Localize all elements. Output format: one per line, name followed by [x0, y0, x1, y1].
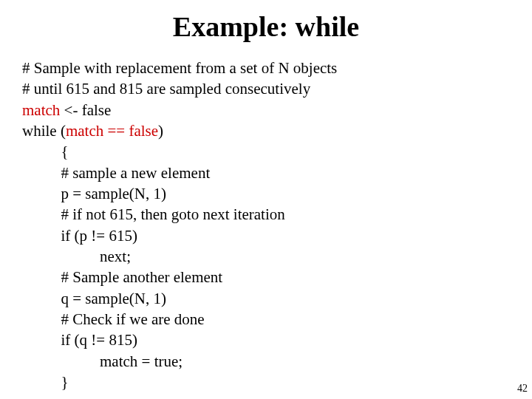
page-number: 42 [517, 383, 528, 395]
code-line: <- false [60, 101, 111, 119]
code-line: # Check if we are done [22, 310, 205, 328]
code-line: # Sample another element [22, 268, 222, 286]
slide-title: Example: while [0, 0, 532, 58]
code-line: } [22, 373, 69, 391]
code-line: if (p != 615) [22, 227, 137, 245]
code-block: # Sample with replacement from a set of … [0, 58, 532, 393]
code-token-paren: ) [158, 122, 163, 140]
code-token-cond: match == false [66, 122, 158, 140]
code-line: # until 615 and 815 are sampled consecut… [22, 80, 310, 98]
code-line: p = sample(N, 1) [22, 185, 166, 202]
code-token-match: match [22, 101, 60, 119]
slide: Example: while # Sample with replacement… [0, 0, 532, 399]
code-line: # if not 615, then goto next iteration [22, 205, 285, 223]
code-line: { [22, 143, 69, 160]
code-line: next; [22, 248, 131, 265]
code-line: match = true; [22, 352, 183, 370]
code-line: # Sample with replacement from a set of … [22, 59, 337, 77]
code-line: # sample a new element [22, 164, 210, 182]
code-line: if (q != 815) [22, 331, 137, 349]
code-token-while: while ( [22, 122, 66, 140]
code-line: q = sample(N, 1) [22, 290, 166, 307]
